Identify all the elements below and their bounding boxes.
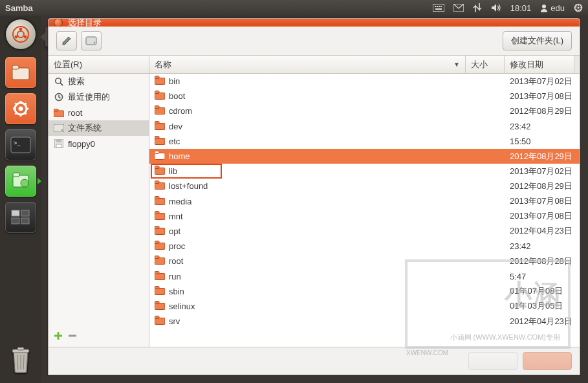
create-folder-button[interactable]: 创建文件夹(L) [503,31,572,50]
edit-path-button[interactable] [56,31,77,50]
svg-rect-3 [439,6,440,7]
launcher-workspace-switcher[interactable] [5,202,36,233]
close-icon[interactable] [54,19,63,27]
sidebar-item-最近使用的[interactable]: 最近使用的 [49,89,149,105]
file-name: proc [169,241,185,251]
dash-home-button[interactable] [6,19,36,49]
table-row[interactable]: run5:47 [149,268,580,283]
file-date: 01年07月08日 [505,285,580,297]
keyboard-icon[interactable] [433,4,444,12]
mail-icon[interactable] [453,4,464,12]
file-name: etc [169,137,180,146]
table-row[interactable]: home2012年08月29日 [149,149,580,164]
launcher-settings[interactable] [5,93,36,124]
svg-rect-57 [155,136,159,138]
drive-button[interactable] [81,31,102,50]
sidebar-item-搜索[interactable]: 搜索 [49,74,149,89]
svg-rect-81 [155,316,159,319]
table-row[interactable]: bin2013年07月02日 [149,74,580,89]
table-row[interactable]: proc23:42 [149,239,580,254]
file-date: 2012年08月29日 [505,181,580,192]
launcher-samba[interactable] [5,166,36,197]
table-row[interactable]: srv2012年04月23日 [149,314,580,329]
svg-rect-65 [155,196,159,199]
folder-icon [155,256,165,267]
file-date: 2012年08月29日 [505,105,580,117]
svg-point-14 [17,31,24,38]
svg-point-23 [21,179,28,187]
file-date: 23:42 [505,241,580,251]
file-date: 2012年08月28日 [505,256,580,267]
file-name: lib [169,166,177,176]
table-row[interactable]: lib2013年07月02日 [149,164,580,179]
column-size[interactable]: 大小 [466,56,505,73]
table-row[interactable]: dev23:42 [149,119,580,134]
top-panel: Samba 18:01 edu [0,0,588,16]
launcher-trash[interactable] [8,345,33,377]
table-row[interactable]: mnt2013年07月08日 [149,209,580,224]
sidebar-item-root[interactable]: root [49,105,149,120]
folder-icon [155,316,165,327]
dialog-actions [49,347,580,375]
column-name[interactable]: 名称▼ [149,56,466,73]
dialog-title: 选择目录 [68,19,102,27]
file-list: 名称▼ 大小 修改日期 bin2013年07月02日boot2013年07月08… [149,56,580,347]
table-row[interactable]: etc15:50 [149,134,580,149]
svg-rect-71 [155,241,159,244]
table-row[interactable]: opt2012年04月23日 [149,224,580,239]
svg-rect-63 [155,181,159,184]
cancel-button[interactable] [468,352,517,370]
file-date: 23:42 [505,122,580,131]
sidebar-item-label: 文件系统 [68,122,102,134]
table-row[interactable]: root2012年08月28日 [149,254,580,268]
drive-icon [54,123,64,133]
file-date: 15:50 [505,137,580,146]
svg-rect-2 [437,6,438,7]
launcher-nautilus[interactable] [5,57,36,88]
folder-icon [155,105,165,116]
svg-rect-40 [54,124,64,132]
table-row[interactable]: boot2013年07月08日 [149,89,580,104]
svg-rect-53 [155,106,159,109]
svg-rect-69 [155,226,159,228]
user-menu[interactable]: edu [540,3,565,13]
open-button[interactable] [523,352,572,370]
search-icon [54,76,64,87]
launcher-terminal[interactable]: >_ [5,129,36,160]
power-icon[interactable] [574,3,583,12]
table-row[interactable]: cdrom2012年08月29日 [149,104,580,118]
add-bookmark-icon[interactable] [54,331,63,343]
svg-rect-4 [441,6,442,7]
file-date: 2012年04月23日 [505,225,580,237]
folder-chooser-dialog: 选择目录 创建文件夹(L) 位置(R) 搜索最近使用的root文件系统flopp… [48,18,580,375]
table-row[interactable]: sbin01年07月08日 [149,284,580,299]
svg-rect-22 [13,173,19,177]
svg-point-9 [577,6,579,8]
sidebar-header: 位置(R) [49,56,149,74]
svg-rect-47 [69,335,76,337]
svg-rect-33 [86,37,96,45]
unity-launcher: >_ [0,16,41,383]
svg-rect-25 [21,210,29,216]
sound-icon[interactable] [491,3,501,12]
file-date: 2013年07月08日 [505,195,580,207]
file-name: opt [169,226,180,236]
table-row[interactable]: selinux01年03月05日 [149,299,580,314]
clock[interactable]: 18:01 [510,3,532,13]
folder-icon [155,151,165,162]
table-row[interactable]: lost+found2012年08月29日 [149,179,580,193]
file-name: home [169,151,190,161]
places-sidebar: 位置(R) 搜索最近使用的root文件系统floppy0 [49,56,149,347]
table-row[interactable]: media2013年07月08日 [149,194,580,209]
network-icon[interactable] [473,3,482,12]
svg-rect-46 [54,335,62,337]
sidebar-item-文件系统[interactable]: 文件系统 [49,120,149,136]
folder-icon [155,136,165,147]
file-name: lost+found [169,181,208,191]
svg-rect-27 [21,218,29,224]
file-date: 2013年07月02日 [505,166,580,177]
remove-bookmark-icon[interactable] [68,331,77,343]
column-date[interactable]: 修改日期 [505,56,574,73]
dialog-titlebar[interactable]: 选择目录 [49,19,580,27]
sidebar-item-floppy0[interactable]: floppy0 [49,136,149,151]
